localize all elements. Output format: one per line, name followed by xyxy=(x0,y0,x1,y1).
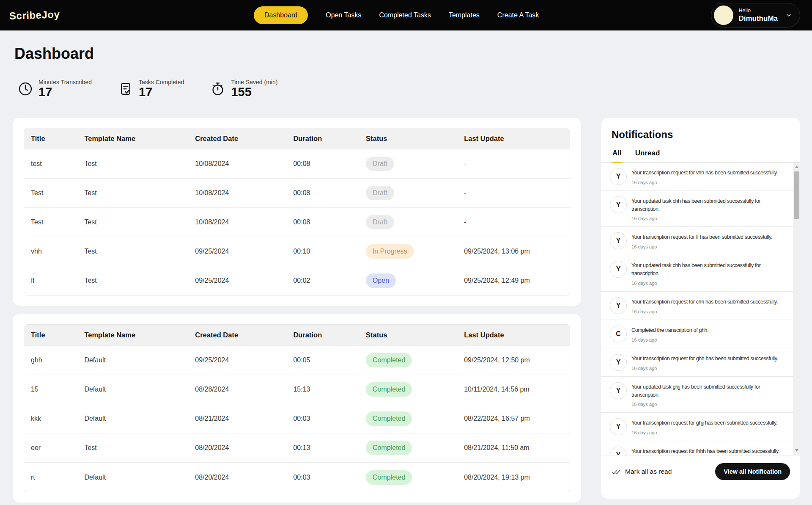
col-title: Title xyxy=(24,128,77,149)
cell-duration: 00:13 xyxy=(286,433,359,463)
cell-last-update: 08/21/2024, 11:50 am xyxy=(457,433,570,463)
cell-last-update: 08/20/2024, 19:13 pm xyxy=(457,463,570,492)
nav-item-open-tasks[interactable]: Open Tasks xyxy=(326,11,361,19)
cell-last-update: 09/25/2024, 12:50 pm xyxy=(457,346,570,375)
avatar xyxy=(714,6,733,25)
tables-column: Title Template Name Created Date Duratio… xyxy=(13,118,581,502)
stat-value: 17 xyxy=(38,86,92,99)
table-row[interactable]: vhh Test 09/25/2024 00:10 In Progress 09… xyxy=(24,237,570,266)
col-last-update: Last Update xyxy=(457,128,570,149)
notification-item[interactable]: C Completed the transcription of ghh. 16… xyxy=(601,320,800,348)
nav-item-dashboard[interactable]: Dashboard xyxy=(254,6,308,24)
cell-duration: 00:08 xyxy=(286,149,359,178)
nav-item-completed-tasks[interactable]: Completed Tasks xyxy=(379,11,431,19)
table-row[interactable]: Test Test 10/08/2024 00:08 Draft - xyxy=(24,207,570,237)
cell-duration: 00:03 xyxy=(286,404,359,433)
notifications-title: Notifications xyxy=(612,129,790,141)
notification-item[interactable]: Y Your transcription request for ghh has… xyxy=(601,348,800,377)
notifications-list: Y Your transcription request for vhh has… xyxy=(601,163,800,455)
top-navbar: ScribeJoy Dashboard Open Tasks Completed… xyxy=(0,0,812,30)
table-row[interactable]: ff Test 09/25/2024 00:02 Open 09/25/2024… xyxy=(24,266,570,295)
tab-all[interactable]: All xyxy=(612,149,623,162)
status-badge: Completed xyxy=(366,411,412,426)
notifications-scrollbar[interactable] xyxy=(793,163,800,455)
cell-template: Default xyxy=(77,404,188,433)
mark-all-as-read-button[interactable]: Mark all as read xyxy=(612,468,672,475)
notification-message: Your transcription request for vhh has b… xyxy=(631,169,778,177)
mark-all-label: Mark all as read xyxy=(625,468,672,475)
notification-item[interactable]: Y Your updated task chh has been submitt… xyxy=(601,191,800,227)
scroll-down-arrow-icon[interactable] xyxy=(793,447,800,454)
table-row[interactable]: rt Default 08/20/2024 00:03 Completed 08… xyxy=(24,463,570,492)
notification-time: 16 days ago xyxy=(631,337,708,342)
view-all-notification-button[interactable]: View all Notification xyxy=(715,463,790,480)
notification-item[interactable]: Y Your transcription request for chh has… xyxy=(601,292,800,320)
stat-tasks-completed: Tasks Completed 17 xyxy=(118,79,184,99)
cell-title: kkk xyxy=(24,404,77,433)
col-created-date: Created Date xyxy=(188,325,286,346)
table-row[interactable]: eer Test 08/20/2024 00:13 Completed 08/2… xyxy=(24,433,570,463)
scroll-up-arrow-icon[interactable] xyxy=(793,163,800,171)
cell-created: 09/25/2024 xyxy=(188,266,286,295)
col-created-date: Created Date xyxy=(188,128,286,149)
notification-avatar: Y xyxy=(610,382,627,399)
cell-title: eer xyxy=(24,433,77,463)
cell-created: 10/08/2024 xyxy=(188,178,286,207)
table-row[interactable]: kkk Default 08/21/2024 00:03 Completed 0… xyxy=(24,404,570,433)
status-badge: In Progress xyxy=(366,244,414,259)
notification-time: 16 days ago xyxy=(631,216,781,221)
notification-avatar: Y xyxy=(610,232,627,249)
table-row[interactable]: test Test 10/08/2024 00:08 Draft - xyxy=(24,149,570,178)
user-menu[interactable]: Hello DimuthuMa xyxy=(711,3,800,28)
cell-title: Test xyxy=(24,207,77,237)
stat-time-saved: Time Saved (min) 155 xyxy=(210,79,277,99)
notification-message: Your transcription request for ghh has b… xyxy=(631,355,778,363)
completed-tasks-table: Title Template Name Created Date Duratio… xyxy=(24,325,570,492)
table-row[interactable]: Test Test 10/08/2024 00:08 Draft - xyxy=(24,178,570,207)
cell-title: rt xyxy=(24,463,77,492)
notification-item[interactable]: Y Your transcription request for ff has … xyxy=(601,227,800,255)
tab-unread[interactable]: Unread xyxy=(634,149,661,162)
user-greeting: Hello xyxy=(738,8,778,14)
notification-time: 16 days ago xyxy=(631,366,778,371)
notification-avatar: C xyxy=(610,326,627,342)
notification-item[interactable]: Y Your transcription request for vhh has… xyxy=(601,163,800,191)
task-check-icon xyxy=(118,81,133,97)
col-template-name: Template Name xyxy=(77,128,188,149)
notification-message: Your transcription request for ff has be… xyxy=(631,233,772,241)
notification-item[interactable]: Y Your updated task chh has been submitt… xyxy=(601,255,800,292)
table-header: Title Template Name Created Date Duratio… xyxy=(24,128,570,149)
notification-time: 16 days ago xyxy=(631,430,777,435)
col-last-update: Last Update xyxy=(457,325,570,346)
nav-item-create-a-task[interactable]: Create A Task xyxy=(497,11,539,19)
cell-template: Test xyxy=(77,433,188,463)
table-row[interactable]: ghh Default 09/25/2024 00:05 Completed 0… xyxy=(24,346,570,375)
scrollbar-thumb[interactable] xyxy=(794,171,799,219)
notification-item[interactable]: Y Your transcription request for ghjj ha… xyxy=(601,413,800,441)
notifications-tabs: All Unread xyxy=(601,149,800,163)
notifications-footer: Mark all as read View all Notification xyxy=(601,455,800,490)
notification-message: Your updated task chh has been submitted… xyxy=(631,262,781,278)
nav-item-templates[interactable]: Templates xyxy=(449,11,480,19)
notification-item[interactable]: Y Your updated task ghjj has been submit… xyxy=(601,377,800,413)
open-tasks-card: Title Template Name Created Date Duratio… xyxy=(13,118,581,306)
cell-created: 08/28/2024 xyxy=(188,375,286,404)
cell-last-update: 08/22/2024, 16:57 pm xyxy=(457,404,570,433)
cell-template: Default xyxy=(77,346,188,375)
cell-template: Test xyxy=(77,207,188,237)
notification-item[interactable]: Y Your transcription request for fhhh ha… xyxy=(601,441,800,455)
cell-created: 08/21/2024 xyxy=(188,404,286,433)
status-badge: Open xyxy=(366,273,396,288)
cell-duration: 00:08 xyxy=(286,207,359,237)
stat-label: Time Saved (min) xyxy=(231,79,277,86)
stat-label: Minutes Transcribed xyxy=(38,79,92,86)
chevron-down-icon xyxy=(785,12,792,19)
status-badge: Draft xyxy=(366,186,394,200)
stat-minutes-transcribed: Minutes Transcribed 17 xyxy=(18,79,92,99)
stat-value: 155 xyxy=(231,86,277,99)
cell-duration: 00:08 xyxy=(286,178,359,207)
notification-time: 16 days ago xyxy=(631,402,781,407)
table-row[interactable]: 15 Default 08/28/2024 15:13 Completed 10… xyxy=(24,375,570,404)
notification-time: 16 days ago xyxy=(631,180,778,185)
notification-time: 16 days ago xyxy=(631,309,778,314)
